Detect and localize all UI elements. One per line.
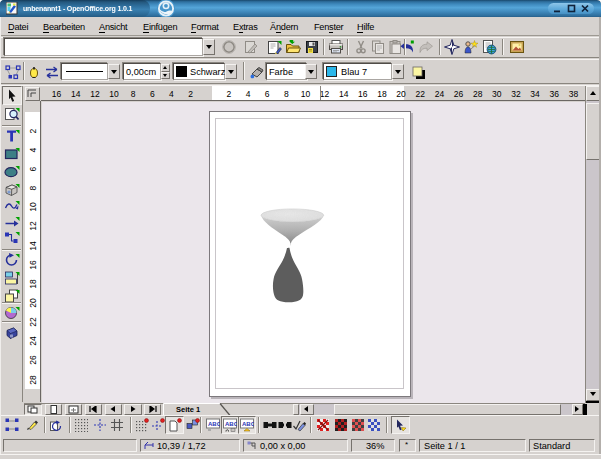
svg-text:ABC: ABC (208, 420, 220, 426)
svg-text:ABC: ABC (242, 420, 254, 426)
svg-text:ABC: ABC (225, 420, 237, 426)
